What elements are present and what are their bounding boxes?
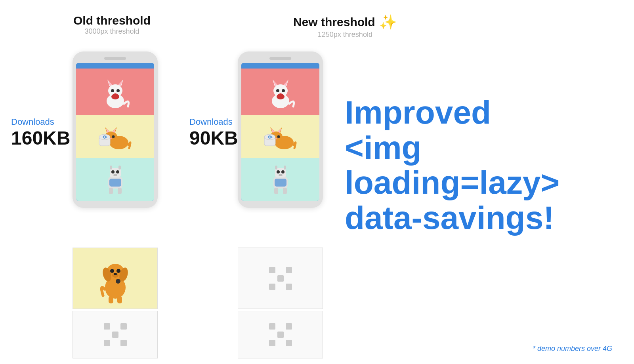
svg-rect-30 [109, 179, 121, 187]
svg-rect-74 [275, 179, 286, 187]
svg-point-50 [276, 89, 279, 92]
old-threshold-title: Old threshold [73, 14, 151, 27]
robot-dog-svg [99, 162, 131, 197]
white-cat-svg [99, 74, 131, 110]
left-downloads-label: Downloads [11, 117, 70, 127]
improved-text: Improved <img loading=lazy> data-savings… [345, 95, 618, 235]
new-threshold-subtitle: 1250px threshold [318, 30, 372, 39]
svg-rect-69 [275, 166, 277, 170]
svg-point-29 [113, 174, 117, 176]
right-phone-notch [269, 57, 291, 60]
line2-text: <img loading=lazy> [345, 130, 560, 201]
svg-rect-76 [283, 188, 287, 194]
svg-point-10 [113, 93, 118, 97]
orange-cat-svg [98, 122, 132, 152]
left-img-cat-yellow [76, 115, 154, 158]
svg-point-6 [111, 89, 114, 92]
left-dog-yellow [73, 248, 158, 309]
orange-cat-svg-r [264, 122, 297, 152]
svg-point-65 [264, 134, 275, 140]
svg-point-27 [111, 170, 115, 173]
phone-notch [104, 57, 126, 60]
yellow-dog-svg [97, 253, 133, 304]
svg-rect-32 [118, 188, 122, 194]
svg-rect-31 [109, 188, 113, 194]
loading-spinner-right-4 [269, 267, 292, 290]
right-downloads-label: Downloads [189, 117, 238, 127]
white-cat-svg-r [265, 74, 296, 110]
new-threshold-header: New threshold ✨ 1250px threshold [293, 14, 397, 39]
svg-point-54 [278, 93, 283, 97]
svg-point-41 [116, 279, 120, 284]
left-downloads-section: Downloads 160KB [11, 117, 70, 149]
message-section: Improved <img loading=lazy> data-savings… [345, 95, 618, 235]
right-phone-screen [241, 63, 319, 201]
svg-point-28 [116, 170, 119, 173]
right-img-cat-yellow [241, 115, 319, 158]
svg-point-37 [110, 269, 114, 273]
svg-rect-75 [274, 188, 278, 194]
right-5th-placeholder [238, 311, 323, 358]
svg-rect-70 [284, 166, 286, 170]
svg-point-7 [116, 89, 120, 92]
left-img-cat-red [76, 69, 154, 115]
svg-point-73 [279, 174, 283, 176]
line3-text: data-savings! [345, 200, 554, 236]
svg-rect-42 [109, 296, 113, 303]
svg-point-72 [281, 170, 285, 173]
right-img-cat-red [241, 69, 319, 115]
left-img-dog-cyan [76, 158, 154, 201]
svg-point-38 [116, 269, 120, 273]
right-4th-placeholder [238, 248, 323, 309]
old-threshold-subtitle: 3000px threshold [73, 27, 151, 36]
loading-spinner-left [104, 323, 127, 346]
svg-rect-25 [110, 166, 112, 170]
svg-point-62 [277, 135, 280, 138]
left-phone [73, 51, 158, 208]
left-downloads-size: 160KB [11, 127, 70, 149]
left-loading-placeholder [73, 311, 158, 358]
svg-rect-43 [117, 296, 122, 303]
left-phone-screen [76, 63, 154, 201]
loading-spinner-right-5 [269, 323, 292, 346]
svg-point-71 [277, 170, 280, 173]
old-threshold-header: Old threshold 3000px threshold [73, 14, 151, 39]
right-phone [238, 51, 323, 208]
demo-note: * demo numbers over 4G [533, 345, 612, 353]
robot-dog-svg-r [265, 162, 296, 197]
right-downloads-section: Downloads 90KB [189, 117, 238, 149]
sparkle-icon: ✨ [379, 14, 397, 30]
line1-text: Improved [345, 94, 491, 130]
right-downloads-size: 90KB [189, 127, 238, 149]
svg-point-40 [114, 273, 117, 275]
svg-point-18 [112, 135, 115, 138]
new-threshold-title: New threshold [293, 15, 375, 29]
right-img-dog-cyan [241, 158, 319, 201]
svg-rect-26 [118, 166, 121, 170]
svg-point-51 [282, 89, 285, 92]
svg-point-21 [99, 134, 110, 140]
